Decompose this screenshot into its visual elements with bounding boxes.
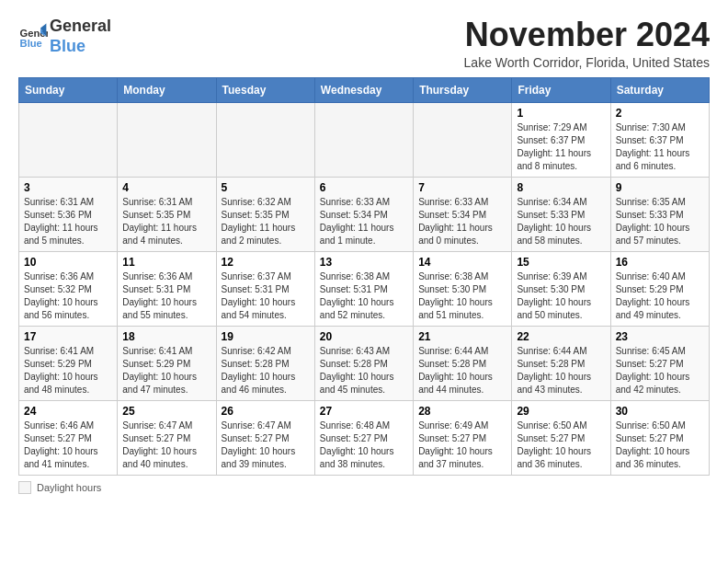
day-number: 17 bbox=[24, 330, 112, 343]
day-number: 25 bbox=[122, 405, 210, 418]
calendar-cell bbox=[414, 102, 512, 177]
day-number: 14 bbox=[418, 256, 506, 269]
calendar-cell: 14Sunrise: 6:38 AM Sunset: 5:30 PM Dayli… bbox=[414, 251, 512, 326]
day-info: Sunrise: 6:33 AM Sunset: 5:34 PM Dayligh… bbox=[320, 196, 408, 247]
day-number: 28 bbox=[418, 405, 506, 418]
logo-line2: Blue bbox=[50, 37, 111, 57]
day-number: 22 bbox=[517, 330, 605, 343]
month-title: November 2024 bbox=[464, 17, 710, 53]
day-number: 3 bbox=[24, 181, 112, 194]
day-number: 4 bbox=[122, 181, 210, 194]
calendar-cell: 3Sunrise: 6:31 AM Sunset: 5:36 PM Daylig… bbox=[19, 177, 118, 251]
week-row-3: 10Sunrise: 6:36 AM Sunset: 5:32 PM Dayli… bbox=[19, 251, 710, 326]
day-info: Sunrise: 6:37 AM Sunset: 5:31 PM Dayligh… bbox=[222, 270, 310, 322]
day-info: Sunrise: 6:50 AM Sunset: 5:27 PM Dayligh… bbox=[517, 419, 605, 471]
svg-text:Blue: Blue bbox=[20, 38, 42, 49]
day-number: 7 bbox=[418, 181, 506, 194]
day-number: 30 bbox=[616, 405, 704, 418]
calendar-cell bbox=[118, 102, 216, 177]
day-number: 5 bbox=[222, 181, 310, 194]
calendar-cell: 25Sunrise: 6:47 AM Sunset: 5:27 PM Dayli… bbox=[118, 400, 216, 475]
calendar-cell: 22Sunrise: 6:44 AM Sunset: 5:28 PM Dayli… bbox=[512, 326, 610, 400]
weekday-header-tuesday: Tuesday bbox=[216, 77, 314, 102]
week-row-5: 24Sunrise: 6:46 AM Sunset: 5:27 PM Dayli… bbox=[19, 400, 710, 475]
calendar-cell: 15Sunrise: 6:39 AM Sunset: 5:30 PM Dayli… bbox=[512, 251, 610, 326]
day-info: Sunrise: 6:36 AM Sunset: 5:32 PM Dayligh… bbox=[24, 270, 112, 322]
calendar-cell: 4Sunrise: 6:31 AM Sunset: 5:35 PM Daylig… bbox=[118, 177, 216, 251]
calendar-cell bbox=[19, 102, 118, 177]
day-info: Sunrise: 6:38 AM Sunset: 5:31 PM Dayligh… bbox=[320, 270, 408, 322]
calendar-cell: 27Sunrise: 6:48 AM Sunset: 5:27 PM Dayli… bbox=[314, 400, 413, 475]
legend: Daylight hours bbox=[18, 481, 710, 494]
calendar-cell: 9Sunrise: 6:35 AM Sunset: 5:33 PM Daylig… bbox=[610, 177, 709, 251]
day-number: 15 bbox=[517, 256, 605, 269]
week-row-2: 3Sunrise: 6:31 AM Sunset: 5:36 PM Daylig… bbox=[19, 177, 710, 251]
day-number: 10 bbox=[24, 256, 112, 269]
day-info: Sunrise: 6:34 AM Sunset: 5:33 PM Dayligh… bbox=[517, 196, 605, 247]
week-row-1: 1Sunrise: 7:29 AM Sunset: 6:37 PM Daylig… bbox=[19, 102, 710, 177]
day-number: 16 bbox=[616, 256, 704, 269]
day-number: 18 bbox=[122, 330, 210, 343]
calendar-cell: 6Sunrise: 6:33 AM Sunset: 5:34 PM Daylig… bbox=[314, 177, 413, 251]
day-info: Sunrise: 6:32 AM Sunset: 5:35 PM Dayligh… bbox=[222, 196, 310, 247]
calendar-cell bbox=[216, 102, 314, 177]
calendar-cell: 30Sunrise: 6:50 AM Sunset: 5:27 PM Dayli… bbox=[610, 400, 709, 475]
day-info: Sunrise: 6:44 AM Sunset: 5:28 PM Dayligh… bbox=[418, 345, 506, 396]
logo-line1: General bbox=[50, 17, 111, 37]
day-info: Sunrise: 6:31 AM Sunset: 5:35 PM Dayligh… bbox=[122, 196, 210, 247]
calendar-cell: 19Sunrise: 6:42 AM Sunset: 5:28 PM Dayli… bbox=[216, 326, 314, 400]
day-info: Sunrise: 6:38 AM Sunset: 5:30 PM Dayligh… bbox=[418, 270, 506, 322]
calendar-cell: 8Sunrise: 6:34 AM Sunset: 5:33 PM Daylig… bbox=[512, 177, 610, 251]
header: General Blue General Blue November 2024 … bbox=[18, 17, 710, 70]
day-info: Sunrise: 6:50 AM Sunset: 5:27 PM Dayligh… bbox=[616, 419, 704, 471]
calendar-cell: 28Sunrise: 6:49 AM Sunset: 5:27 PM Dayli… bbox=[414, 400, 512, 475]
calendar-cell: 12Sunrise: 6:37 AM Sunset: 5:31 PM Dayli… bbox=[216, 251, 314, 326]
logo-text: General Blue bbox=[50, 17, 111, 56]
day-number: 20 bbox=[320, 330, 408, 343]
day-info: Sunrise: 6:49 AM Sunset: 5:27 PM Dayligh… bbox=[418, 419, 506, 471]
day-info: Sunrise: 6:48 AM Sunset: 5:27 PM Dayligh… bbox=[320, 419, 408, 471]
location: Lake Worth Corridor, Florida, United Sta… bbox=[464, 55, 710, 70]
day-number: 9 bbox=[616, 181, 704, 194]
day-info: Sunrise: 6:33 AM Sunset: 5:34 PM Dayligh… bbox=[418, 196, 506, 247]
day-info: Sunrise: 6:40 AM Sunset: 5:29 PM Dayligh… bbox=[616, 270, 704, 322]
calendar-cell: 24Sunrise: 6:46 AM Sunset: 5:27 PM Dayli… bbox=[19, 400, 118, 475]
legend-label: Daylight hours bbox=[37, 482, 101, 493]
day-number: 21 bbox=[418, 330, 506, 343]
title-section: November 2024 Lake Worth Corridor, Flori… bbox=[464, 17, 710, 70]
day-info: Sunrise: 6:43 AM Sunset: 5:28 PM Dayligh… bbox=[320, 345, 408, 396]
day-number: 29 bbox=[517, 405, 605, 418]
calendar-cell bbox=[314, 102, 413, 177]
weekday-header-saturday: Saturday bbox=[610, 77, 709, 102]
weekday-header-sunday: Sunday bbox=[19, 77, 118, 102]
day-number: 2 bbox=[616, 107, 704, 120]
page-container: General Blue General Blue November 2024 … bbox=[0, 0, 728, 505]
calendar-cell: 26Sunrise: 6:47 AM Sunset: 5:27 PM Dayli… bbox=[216, 400, 314, 475]
weekday-header-wednesday: Wednesday bbox=[314, 77, 413, 102]
day-number: 12 bbox=[222, 256, 310, 269]
calendar-cell: 18Sunrise: 6:41 AM Sunset: 5:29 PM Dayli… bbox=[118, 326, 216, 400]
day-info: Sunrise: 6:36 AM Sunset: 5:31 PM Dayligh… bbox=[122, 270, 210, 322]
day-number: 23 bbox=[616, 330, 704, 343]
day-info: Sunrise: 6:47 AM Sunset: 5:27 PM Dayligh… bbox=[222, 419, 310, 471]
legend-box bbox=[18, 481, 31, 494]
day-info: Sunrise: 6:39 AM Sunset: 5:30 PM Dayligh… bbox=[517, 270, 605, 322]
weekday-header-row: SundayMondayTuesdayWednesdayThursdayFrid… bbox=[19, 77, 710, 102]
calendar-cell: 16Sunrise: 6:40 AM Sunset: 5:29 PM Dayli… bbox=[610, 251, 709, 326]
day-number: 6 bbox=[320, 181, 408, 194]
day-number: 26 bbox=[222, 405, 310, 418]
day-info: Sunrise: 6:41 AM Sunset: 5:29 PM Dayligh… bbox=[122, 345, 210, 396]
day-number: 1 bbox=[517, 107, 605, 120]
weekday-header-monday: Monday bbox=[118, 77, 216, 102]
day-info: Sunrise: 6:35 AM Sunset: 5:33 PM Dayligh… bbox=[616, 196, 704, 247]
calendar-cell: 21Sunrise: 6:44 AM Sunset: 5:28 PM Dayli… bbox=[414, 326, 512, 400]
logo: General Blue General Blue bbox=[18, 17, 111, 56]
week-row-4: 17Sunrise: 6:41 AM Sunset: 5:29 PM Dayli… bbox=[19, 326, 710, 400]
day-number: 11 bbox=[122, 256, 210, 269]
calendar-cell: 17Sunrise: 6:41 AM Sunset: 5:29 PM Dayli… bbox=[19, 326, 118, 400]
logo-icon: General Blue bbox=[18, 22, 48, 52]
calendar-cell: 7Sunrise: 6:33 AM Sunset: 5:34 PM Daylig… bbox=[414, 177, 512, 251]
day-info: Sunrise: 6:31 AM Sunset: 5:36 PM Dayligh… bbox=[24, 196, 112, 247]
calendar-cell: 20Sunrise: 6:43 AM Sunset: 5:28 PM Dayli… bbox=[314, 326, 413, 400]
calendar-cell: 23Sunrise: 6:45 AM Sunset: 5:27 PM Dayli… bbox=[610, 326, 709, 400]
